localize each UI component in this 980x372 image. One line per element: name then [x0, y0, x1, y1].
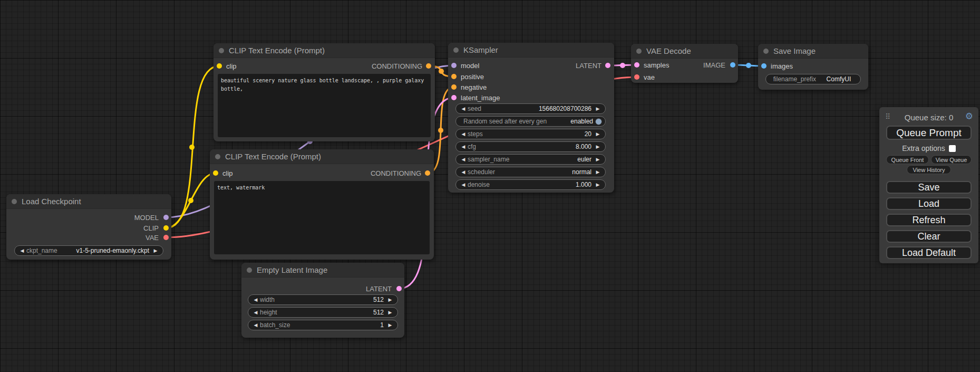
- increment-arrow-icon[interactable]: ▶: [594, 170, 602, 175]
- increment-arrow-icon[interactable]: ▶: [151, 249, 160, 253]
- increment-arrow-icon[interactable]: ▶: [386, 310, 394, 315]
- input-slot-negative: negative: [448, 82, 487, 92]
- wire-dot: [746, 63, 751, 68]
- node-collapse-dot[interactable]: [763, 49, 769, 54]
- cfg-widget[interactable]: ◀ cfg 8.000 ▶: [455, 141, 606, 152]
- random-seed-toggle-widget[interactable]: Random seed after every gen enabled: [455, 116, 606, 127]
- node-title-bar[interactable]: CLIP Text Encode (Prompt): [210, 149, 434, 164]
- output-slot-vae: VAE: [145, 232, 171, 243]
- node-title: Load Checkpoint: [22, 197, 81, 206]
- queue-panel: ⠿ Queue size: 0 ⚙ Queue Prompt Extra opt…: [879, 107, 978, 263]
- wire-dot: [620, 63, 625, 68]
- decrement-arrow-icon[interactable]: ◀: [459, 107, 468, 111]
- gear-icon[interactable]: ⚙: [965, 111, 973, 122]
- output-slot-model: MODEL: [134, 212, 171, 223]
- denoise-widget[interactable]: ◀ denoise 1.000 ▶: [455, 179, 606, 190]
- slot-row: clip CONDITIONING: [210, 168, 434, 178]
- node-title-bar[interactable]: VAE Decode: [631, 44, 738, 59]
- output-slot-clip: CLIP: [143, 223, 171, 233]
- node-load-checkpoint[interactable]: Load Checkpoint MODEL CLIP VAE ◀ ckpt_na…: [6, 194, 171, 260]
- node-title-bar[interactable]: KSampler: [448, 43, 614, 58]
- toggle-enabled-dot[interactable]: [595, 118, 602, 125]
- node-collapse-dot[interactable]: [453, 47, 459, 53]
- steps-widget[interactable]: ◀ steps 20 ▶: [455, 129, 606, 139]
- node-collapse-dot[interactable]: [215, 154, 220, 159]
- ckpt-name-widget[interactable]: ◀ ckpt_name v1-5-pruned-emaonly.ckpt ▶: [14, 245, 163, 256]
- width-widget[interactable]: ◀ width 512 ▶: [248, 294, 398, 305]
- input-slot-latent-image: latent_image: [448, 92, 500, 103]
- batch-size-widget[interactable]: ◀ batch_size 1 ▶: [248, 320, 398, 330]
- node-title-bar[interactable]: Load Checkpoint: [6, 194, 171, 209]
- slot-row: model LATENT: [448, 60, 614, 71]
- increment-arrow-icon[interactable]: ▶: [594, 183, 602, 187]
- decrement-arrow-icon[interactable]: ◀: [459, 183, 468, 187]
- node-ksampler[interactable]: KSampler model LATENT positive negative …: [448, 43, 614, 193]
- node-title-bar[interactable]: Empty Latent Image: [241, 263, 404, 278]
- node-empty-latent-image[interactable]: Empty Latent Image LATENT ◀ width 512 ▶ …: [241, 263, 404, 338]
- increment-arrow-icon[interactable]: ▶: [386, 298, 394, 302]
- node-title: KSampler: [463, 45, 498, 54]
- view-history-button[interactable]: View History: [907, 165, 951, 174]
- node-collapse-dot[interactable]: [219, 48, 224, 53]
- node-title: CLIP Text Encode (Prompt): [225, 152, 321, 161]
- node-collapse-dot[interactable]: [636, 49, 642, 54]
- sampler-name-widget[interactable]: ◀ sampler_name euler ▶: [455, 154, 606, 165]
- wire-dot: [438, 128, 443, 133]
- node-title-bar[interactable]: CLIP Text Encode (Prompt): [214, 43, 435, 58]
- decrement-arrow-icon[interactable]: ◀: [459, 157, 468, 162]
- node-clip-text-encode-positive[interactable]: CLIP Text Encode (Prompt) clip CONDITION…: [214, 43, 435, 141]
- increment-arrow-icon[interactable]: ▶: [594, 132, 602, 137]
- node-collapse-dot[interactable]: [247, 268, 252, 273]
- node-save-image[interactable]: Save Image images filename_prefix ComfyU…: [758, 44, 868, 90]
- scheduler-widget[interactable]: ◀ scheduler normal ▶: [455, 167, 606, 177]
- input-slot-vae: vae: [631, 72, 655, 82]
- extra-options-checkbox[interactable]: [949, 145, 956, 152]
- decrement-arrow-icon[interactable]: ◀: [459, 145, 468, 149]
- node-title: Empty Latent Image: [257, 265, 327, 274]
- extra-options-label: Extra options: [902, 144, 945, 152]
- slot-row: samples IMAGE: [631, 60, 738, 70]
- wire-dot: [188, 198, 193, 203]
- decrement-arrow-icon[interactable]: ◀: [251, 323, 260, 328]
- load-default-button[interactable]: Load Default: [886, 246, 972, 259]
- decrement-arrow-icon[interactable]: ◀: [251, 298, 260, 302]
- node-graph-canvas[interactable]: Load Checkpoint MODEL CLIP VAE ◀ ckpt_na…: [0, 0, 980, 372]
- increment-arrow-icon[interactable]: ▶: [594, 157, 602, 162]
- node-collapse-dot[interactable]: [12, 199, 17, 204]
- node-title-bar[interactable]: Save Image: [758, 44, 868, 59]
- node-title: CLIP Text Encode (Prompt): [229, 46, 325, 55]
- refresh-button[interactable]: Refresh: [886, 214, 972, 226]
- filename-prefix-widget[interactable]: filename_prefix ComfyUI: [765, 74, 861, 84]
- increment-arrow-icon[interactable]: ▶: [386, 323, 394, 328]
- input-slot-positive: positive: [448, 71, 484, 82]
- save-button[interactable]: Save: [886, 181, 972, 194]
- node-vae-decode[interactable]: VAE Decode samples IMAGE vae: [631, 44, 738, 83]
- queue-front-button[interactable]: Queue Front: [886, 155, 929, 164]
- increment-arrow-icon[interactable]: ▶: [594, 145, 602, 149]
- wire-dot: [189, 145, 195, 150]
- decrement-arrow-icon[interactable]: ◀: [251, 310, 260, 315]
- increment-arrow-icon[interactable]: ▶: [594, 107, 602, 111]
- wire-dot: [439, 69, 444, 74]
- view-queue-button[interactable]: View Queue: [931, 155, 972, 164]
- decrement-arrow-icon[interactable]: ◀: [18, 249, 26, 253]
- clear-button[interactable]: Clear: [886, 230, 972, 243]
- queue-size-label: Queue size: 0: [879, 113, 978, 122]
- height-widget[interactable]: ◀ height 512 ▶: [248, 307, 398, 318]
- decrement-arrow-icon[interactable]: ◀: [459, 132, 468, 137]
- decrement-arrow-icon[interactable]: ◀: [459, 170, 468, 175]
- queue-prompt-button[interactable]: Queue Prompt: [886, 126, 972, 140]
- node-clip-text-encode-negative[interactable]: CLIP Text Encode (Prompt) clip CONDITION…: [210, 149, 434, 260]
- load-button[interactable]: Load: [886, 197, 972, 210]
- seed-widget[interactable]: ◀ seed 156680208700286 ▶: [455, 103, 606, 114]
- slot-row: clip CONDITIONING: [214, 61, 435, 71]
- positive-prompt-textarea[interactable]: beautiful scenery nature glass bottle la…: [218, 74, 431, 137]
- input-slot-images: images: [758, 61, 793, 71]
- node-title: Save Image: [773, 46, 816, 55]
- output-slot-latent: LATENT: [366, 283, 404, 294]
- negative-prompt-textarea[interactable]: text, watermark: [214, 181, 430, 254]
- node-title: VAE Decode: [646, 46, 691, 55]
